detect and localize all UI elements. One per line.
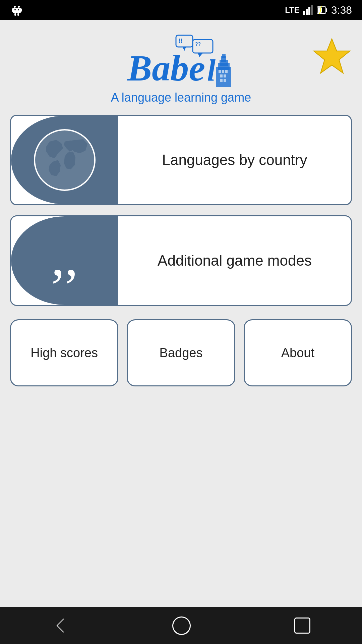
svg-rect-5 [14, 13, 16, 16]
about-label: About [281, 346, 314, 360]
svg-rect-38 [224, 79, 226, 82]
svg-rect-11 [308, 7, 310, 15]
svg-text:l: l [207, 54, 216, 87]
back-button[interactable] [52, 617, 69, 634]
bottom-buttons-container: High scores Badges About [10, 319, 352, 386]
status-time: 3:38 [331, 4, 352, 16]
additional-game-modes-button[interactable]: ,, Additional game modes [10, 215, 352, 306]
about-button[interactable]: About [244, 319, 352, 386]
recents-button[interactable] [294, 618, 310, 634]
svg-rect-36 [224, 74, 226, 77]
svg-rect-6 [17, 13, 19, 16]
svg-rect-14 [326, 8, 327, 12]
svg-rect-9 [303, 11, 305, 15]
svg-point-0 [14, 6, 16, 8]
battery-icon [317, 5, 328, 15]
svg-point-7 [14, 9, 16, 10]
quote-marks-icon: ,, [51, 233, 78, 288]
app-subtitle: A language learning game [111, 91, 251, 105]
app-header: !! ?? Babe l [10, 34, 352, 105]
status-right: LTE 3:38 [285, 4, 352, 16]
home-icon [172, 616, 191, 635]
badges-button[interactable]: Badges [127, 319, 235, 386]
recents-icon [294, 618, 310, 634]
game-buttons-container: Languages by country ,, Additional game … [10, 115, 352, 306]
high-scores-button[interactable]: High scores [10, 319, 118, 386]
svg-text:!!: !! [178, 38, 182, 44]
star-icon [312, 37, 352, 77]
android-icon [10, 3, 23, 17]
high-scores-label: High scores [31, 346, 98, 360]
svg-marker-39 [314, 39, 350, 73]
quote-icon-container: ,, [11, 216, 118, 305]
main-content: !! ?? Babe l [0, 20, 362, 607]
svg-rect-31 [222, 54, 226, 58]
back-icon [52, 617, 69, 634]
svg-text:??: ?? [195, 41, 201, 47]
svg-point-8 [18, 9, 19, 10]
svg-rect-12 [311, 5, 313, 15]
star-button[interactable] [312, 37, 352, 78]
logo-container: !! ?? Babe l [111, 34, 251, 105]
lte-indicator: LTE [285, 5, 300, 15]
status-left [10, 3, 23, 17]
svg-rect-37 [220, 79, 223, 82]
svg-text:Babe: Babe [127, 48, 205, 87]
svg-rect-3 [12, 8, 13, 12]
svg-point-1 [18, 6, 20, 8]
svg-rect-2 [13, 8, 21, 13]
languages-by-country-button[interactable]: Languages by country [10, 115, 352, 205]
globe-icon [31, 126, 98, 194]
home-button[interactable] [172, 616, 191, 635]
svg-rect-33 [222, 70, 224, 73]
svg-rect-4 [20, 8, 22, 12]
svg-rect-32 [219, 70, 221, 73]
svg-rect-35 [220, 74, 223, 77]
additional-game-modes-label: Additional game modes [118, 216, 351, 305]
svg-rect-34 [225, 70, 228, 73]
svg-rect-15 [318, 7, 322, 13]
svg-rect-10 [306, 9, 308, 15]
languages-by-country-label: Languages by country [118, 116, 351, 204]
globe-icon-container [11, 116, 118, 204]
nav-bar [0, 607, 362, 644]
badges-label: Badges [160, 346, 203, 360]
signal-icon [303, 5, 314, 15]
babel-logo: !! ?? Babe l [124, 34, 238, 87]
status-bar: LTE 3:38 [0, 0, 362, 20]
